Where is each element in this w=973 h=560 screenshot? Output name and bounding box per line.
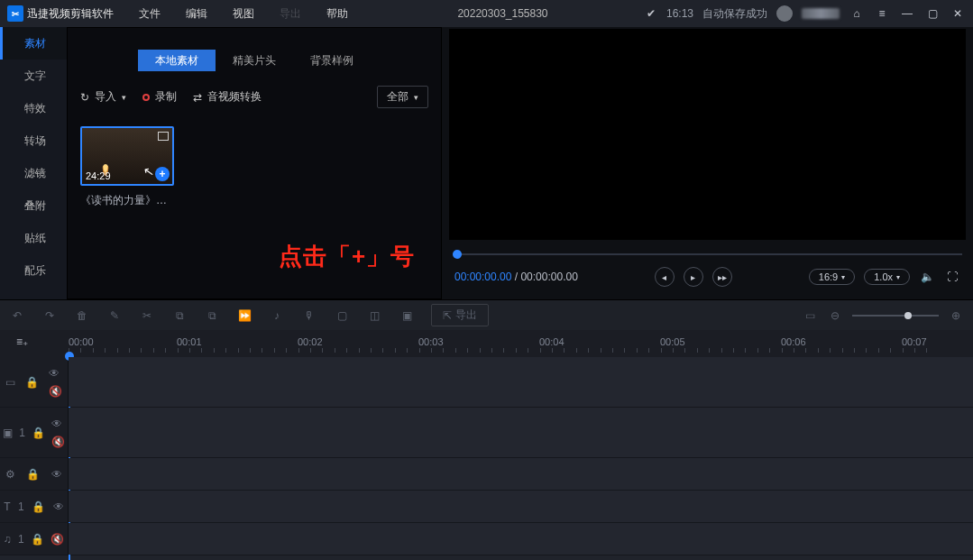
ruler-mark: 00:02 [298, 336, 323, 347]
scrub-handle[interactable] [453, 250, 462, 259]
overlay-icon[interactable]: ◫ [366, 309, 382, 322]
export-button[interactable]: ⇱导出 [431, 304, 489, 326]
eye-icon[interactable]: 👁 [53, 500, 64, 513]
sidebar-item-material[interactable]: 素材 [0, 27, 67, 60]
chevron-down-icon: ▾ [414, 93, 418, 102]
copy-icon[interactable]: ⧉ [204, 309, 220, 322]
record-button[interactable]: 录制 [142, 89, 177, 105]
eye-icon[interactable]: 👁 [49, 367, 62, 380]
zoom-in-icon[interactable]: ⊕ [948, 309, 964, 322]
volume-icon[interactable]: ♪ [269, 309, 285, 322]
sidebar-item-filter[interactable]: 滤镜 [0, 157, 67, 189]
menu-edit[interactable]: 编辑 [175, 6, 218, 22]
mic-icon[interactable]: 🎙 [301, 309, 317, 322]
lock-icon[interactable]: 🔒 [25, 376, 39, 389]
menu-help[interactable]: 帮助 [316, 6, 359, 22]
tab-bgsample[interactable]: 背景样例 [293, 50, 371, 71]
timeline-ruler[interactable]: ≡₊ 00:00 00:01 00:02 00:03 00:04 00:05 0… [0, 330, 973, 357]
redo-icon[interactable]: ↷ [41, 309, 58, 322]
close-icon[interactable]: ✕ [950, 7, 966, 20]
next-frame-button[interactable]: ▸▸ [712, 267, 732, 287]
arrow-out-icon: ⇱ [443, 309, 452, 322]
add-to-timeline-button[interactable]: + [155, 167, 170, 181]
home-icon[interactable]: ⌂ [849, 7, 865, 20]
lock-icon[interactable]: 🔒 [26, 468, 40, 481]
sidebar-item-effect[interactable]: 特效 [0, 92, 67, 124]
track-menu-icon[interactable]: ≡₊ [16, 335, 41, 348]
import-button[interactable]: ↻导入▾ [80, 89, 126, 105]
track-video: ▭ 🔒 👁🔇 [0, 357, 973, 408]
convert-label: 音视频转换 [207, 89, 262, 105]
convert-button[interactable]: ⇄音视频转换 [193, 89, 262, 105]
filter-label: 全部 [387, 89, 408, 105]
ruler-mark: 00:07 [902, 336, 927, 347]
edit-icon[interactable]: ✎ [106, 309, 123, 322]
menu-file[interactable]: 文件 [128, 6, 171, 22]
menu-icon[interactable]: ≡ [874, 7, 890, 20]
filter-dropdown[interactable]: 全部▾ [377, 86, 428, 108]
tag-icon[interactable]: ▢ [334, 309, 350, 322]
sidebar-item-text[interactable]: 文字 [0, 60, 67, 92]
maximize-icon[interactable]: ▢ [924, 7, 941, 20]
speed-icon[interactable]: ⏩ [236, 309, 252, 322]
track-body[interactable] [69, 408, 973, 457]
tab-local[interactable]: 本地素材 [138, 50, 216, 71]
mute-icon[interactable]: 🔇 [50, 533, 64, 546]
play-button[interactable]: ▸ [684, 267, 703, 287]
zoom-out-icon[interactable]: ⊖ [827, 309, 843, 322]
check-icon: ✔ [647, 7, 656, 20]
sidebar-item-music[interactable]: 配乐 [0, 254, 67, 287]
duration-label: 24:29 [86, 170, 111, 181]
sidebar: 素材 文字 特效 转场 滤镜 叠附 贴纸 配乐 [0, 27, 67, 299]
track-body[interactable] [69, 357, 973, 407]
tab-beautiful[interactable]: 精美片头 [216, 50, 293, 71]
track-head: ⚙🔒👁 [0, 458, 69, 490]
volume-icon[interactable]: 🔈 [919, 271, 935, 283]
speed-dropdown[interactable]: 1.0x▾ [864, 269, 910, 285]
ruler-mark: 00:05 [660, 336, 685, 347]
cut-icon[interactable]: ✂ [139, 309, 155, 322]
fullscreen-icon[interactable]: ⛶ [944, 271, 960, 283]
timecode: 00:00:00.00 / 00:00:00.00 [454, 271, 578, 283]
sidebar-item-sticker[interactable]: 贴纸 [0, 222, 67, 254]
lock-icon[interactable]: 🔒 [32, 500, 45, 513]
ruler-mark: 00:00 [69, 336, 94, 347]
zoom-handle[interactable] [904, 312, 912, 319]
video-preview[interactable] [449, 29, 966, 240]
autosave-label: 自动保存成功 [702, 6, 767, 22]
ruler-mark: 00:01 [177, 336, 202, 347]
annotation-hint: 点击「+」号 [279, 241, 415, 272]
crop-icon[interactable]: ⧉ [171, 309, 188, 322]
delete-icon[interactable]: 🗑 [74, 309, 90, 322]
titlebar: ✂ 迅捷视频剪辑软件 文件 编辑 视图 导出 帮助 20220303_15583… [0, 0, 973, 27]
media-thumbnail[interactable]: 24:29 ↖ + [80, 126, 174, 186]
aspect-dropdown[interactable]: 16:9▾ [809, 269, 855, 285]
pip-icon[interactable]: ▣ [399, 309, 415, 322]
mute-icon[interactable]: 🔇 [49, 385, 62, 398]
thumbnail-image: 24:29 ↖ + [82, 128, 172, 184]
material-panel: 本地素材 精美片头 背景样例 ↻导入▾ 录制 ⇄音视频转换 全部▾ 24:29 … [67, 27, 442, 299]
eye-icon[interactable]: 👁 [51, 418, 65, 430]
chevron-down-icon: ▾ [896, 273, 900, 281]
track-body[interactable] [69, 491, 973, 522]
minimize-icon[interactable]: — [899, 7, 915, 20]
lock-icon[interactable]: 🔒 [32, 427, 45, 439]
track-body[interactable] [69, 458, 973, 490]
undo-icon[interactable]: ↶ [9, 309, 25, 322]
reload-icon: ↻ [80, 91, 89, 104]
sidebar-item-transition[interactable]: 转场 [0, 124, 67, 157]
project-name: 20220303_155830 [363, 7, 643, 20]
avatar[interactable] [776, 5, 793, 22]
lock-icon[interactable]: 🔒 [31, 533, 44, 546]
sidebar-item-overlay[interactable]: 叠附 [0, 189, 67, 222]
fit-icon[interactable]: ▭ [802, 309, 818, 322]
track-body[interactable] [69, 523, 973, 555]
mute-icon[interactable]: 🔇 [51, 436, 65, 448]
prev-frame-button[interactable]: ◂ [655, 267, 675, 287]
scrubber[interactable] [453, 247, 962, 262]
chevron-down-icon: ▾ [841, 273, 845, 281]
track-effect: ⚙🔒👁 [0, 458, 973, 491]
eye-icon[interactable]: 👁 [51, 468, 62, 481]
zoom-slider[interactable] [852, 315, 939, 317]
menu-view[interactable]: 视图 [222, 6, 265, 22]
